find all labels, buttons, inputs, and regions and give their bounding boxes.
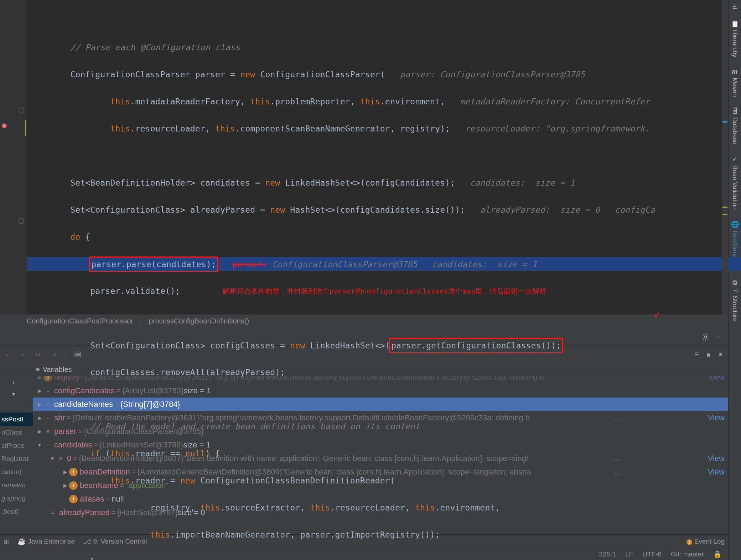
editor-scrollbar[interactable] bbox=[722, 0, 728, 314]
right-tab-structure[interactable]: ⧉7: Structure bbox=[731, 279, 739, 322]
filter-down-icon[interactable]: ↓ bbox=[12, 379, 21, 388]
funnel-icon[interactable]: ▼ bbox=[12, 391, 21, 400]
right-tab-maven[interactable]: mMaven bbox=[731, 68, 739, 97]
code-line[interactable]: // Parse each @Configuration class bbox=[30, 41, 728, 54]
var-row[interactable]: ▶≡configCandidates={ArrayList@3783} size… bbox=[33, 384, 728, 398]
code-line[interactable]: this.metadataReaderFactory, this.problem… bbox=[30, 95, 728, 108]
frame-item[interactable]: nClass bbox=[0, 426, 33, 439]
frame-item[interactable]: Registrat bbox=[0, 452, 33, 465]
frame-item[interactable]: cation( bbox=[0, 465, 33, 478]
var-row[interactable]: ▶≡sbr={DefaultListableBeanFactory@3631} … bbox=[33, 411, 728, 425]
annotation-box: parser.parse(candidates); bbox=[89, 256, 218, 272]
right-tab-database[interactable]: 🗄Database bbox=[731, 108, 739, 145]
variables-tree[interactable]: ▶pregistry = {DefaultListableBeanFactory… bbox=[33, 376, 728, 534]
code-line[interactable]: ↙ bbox=[30, 311, 728, 325]
var-row[interactable]: ▼≡candidates={LinkedHashSet@3786} size =… bbox=[33, 438, 728, 452]
code-line[interactable]: Set<BeanDefinitionHolder> candidates = n… bbox=[30, 176, 728, 190]
frame-item[interactable]: .boot) bbox=[0, 505, 33, 518]
coverage-marker bbox=[25, 120, 26, 136]
var-row[interactable]: faliases=null bbox=[33, 492, 728, 506]
code-line[interactable]: Set<ConfigurationClass> configClasses = … bbox=[30, 338, 728, 352]
frame-item[interactable]: stProce bbox=[0, 439, 33, 452]
var-row[interactable]: ▶pregistry = {DefaultListableBeanFactory… bbox=[33, 376, 728, 384]
var-row[interactable]: ≡alreadyParsed={HashSet@3787} size = 0 bbox=[33, 506, 728, 519]
annotation-box: parser.getConfigurationClasses()); bbox=[389, 338, 563, 353]
method-fold-icon[interactable] bbox=[18, 107, 25, 114]
var-row-selected[interactable]: ▶⦀candidateNames={String[7]@3784} bbox=[33, 398, 728, 411]
breakpoint-icon[interactable] bbox=[1, 123, 7, 129]
arrow-annotation: ↙ bbox=[654, 306, 660, 320]
var-row[interactable]: ▶fbeanDefinition={AnnotatedGenericBeanDe… bbox=[33, 465, 728, 479]
code-line[interactable] bbox=[30, 14, 728, 27]
frames-list[interactable]: ssPostI nClass stProce Registrat cation(… bbox=[0, 413, 33, 519]
right-tab-hierarchy[interactable]: 📋Hierarchy bbox=[731, 20, 739, 57]
var-row[interactable]: ▶fbeanName="application" bbox=[33, 479, 728, 492]
code-line[interactable] bbox=[30, 149, 728, 162]
code-line[interactable]: Set<ConfigurationClass> alreadyParsed = … bbox=[30, 203, 728, 217]
code-line[interactable]: } bbox=[30, 555, 728, 560]
right-tab-bean[interactable]: ✓Bean Validation bbox=[731, 155, 739, 210]
gutter bbox=[0, 0, 27, 314]
code-line[interactable]: do { bbox=[30, 230, 728, 244]
code-line[interactable]: ConfigurationClassParser parser = new Co… bbox=[30, 68, 728, 81]
frame-item[interactable]: ramewo bbox=[0, 478, 33, 492]
status-item[interactable]: al bbox=[4, 538, 9, 545]
method-fold-icon[interactable] bbox=[18, 217, 25, 224]
var-row[interactable]: ▶≡parser={ConfigurationClassParser@3785} bbox=[33, 425, 728, 438]
code-editor[interactable]: // Parse each @Configuration class Confi… bbox=[0, 0, 728, 314]
frame-item[interactable]: ssPostI bbox=[0, 413, 33, 426]
step-over-icon[interactable]: ↓ bbox=[3, 351, 11, 358]
right-sidebar: id 📋Hierarchy mMaven 🗄Database ✓Bean Val… bbox=[728, 0, 741, 560]
code-line[interactable]: parser.validate();解析符合条件的类，并封装到这个parser的… bbox=[30, 284, 728, 298]
frame-item[interactable]: g.spring bbox=[0, 492, 33, 505]
var-row[interactable]: ▼≡0={BeanDefinitionHolder@3807} "Bean de… bbox=[33, 452, 728, 465]
right-tab[interactable]: id bbox=[731, 4, 739, 9]
annotation-text: 解析符合条件的类，并封装到这个parser的configurationClass… bbox=[223, 284, 546, 298]
code-line-current[interactable]: parser.parse(candidates); parser: Config… bbox=[27, 257, 741, 271]
code-line[interactable]: this.resourceLoader, this.componentScanB… bbox=[30, 122, 728, 135]
step-into-icon[interactable]: ↑ bbox=[19, 351, 26, 358]
